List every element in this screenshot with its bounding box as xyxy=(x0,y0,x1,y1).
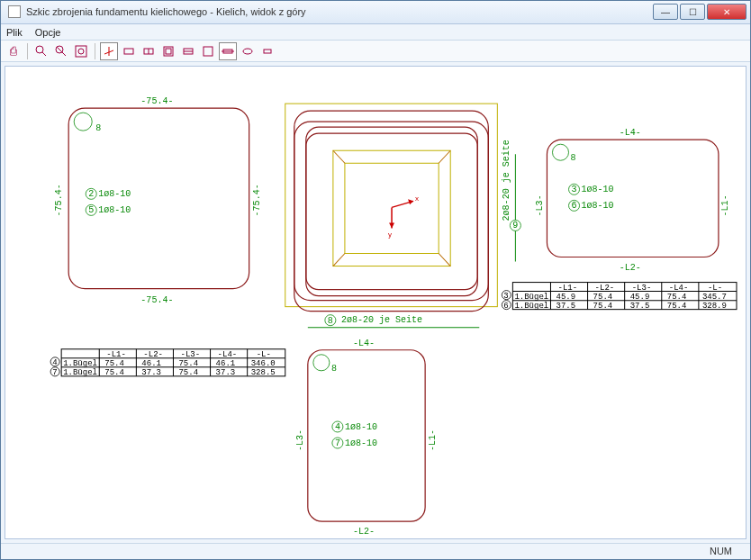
zoom-out-icon[interactable] xyxy=(52,42,70,60)
svg-point-0 xyxy=(36,46,43,53)
view2-icon[interactable] xyxy=(140,42,158,60)
shape-topright: 8 -L4- -L3- -L1- -L2- 31ø8-10 61ø8-10 xyxy=(535,128,729,272)
svg-text:3: 3 xyxy=(503,291,508,301)
svg-text:1ø8-10: 1ø8-10 xyxy=(582,185,614,195)
oval-icon[interactable] xyxy=(239,42,257,60)
app-window: Szkic zbrojenia fundamentu kielichowego … xyxy=(0,0,751,560)
window-title: Szkic zbrojenia fundamentu kielichowego … xyxy=(26,6,653,17)
svg-text:3: 3 xyxy=(572,185,577,195)
svg-text:x: x xyxy=(415,195,419,203)
svg-text:2ø8-20 je Seite: 2ø8-20 je Seite xyxy=(502,140,511,221)
svg-text:37.3: 37.3 xyxy=(216,367,236,377)
svg-text:2: 2 xyxy=(88,190,94,200)
svg-text:1.Bügel: 1.Bügel xyxy=(514,301,548,311)
shape-topleft: 8 -75.4- -75.4- -75.4- -75.4- 21ø8-10 51… xyxy=(54,96,262,305)
status-num: NUM xyxy=(710,546,732,556)
svg-text:75.4: 75.4 xyxy=(593,301,613,311)
svg-line-42 xyxy=(439,150,450,163)
svg-point-60 xyxy=(552,144,568,160)
svg-text:75.4: 75.4 xyxy=(178,367,198,377)
svg-text:7: 7 xyxy=(335,438,340,448)
svg-text:8: 8 xyxy=(328,316,333,326)
separator xyxy=(95,43,95,59)
svg-text:328.5: 328.5 xyxy=(251,367,276,377)
svg-text:8: 8 xyxy=(95,123,101,133)
maximize-button[interactable]: ☐ xyxy=(680,4,705,20)
svg-text:-L2-: -L2- xyxy=(353,528,375,537)
svg-point-19 xyxy=(243,49,252,54)
svg-marker-48 xyxy=(389,223,394,229)
view3-icon[interactable] xyxy=(159,42,177,60)
close-button[interactable]: ✕ xyxy=(707,4,746,20)
section-icon[interactable] xyxy=(219,42,237,60)
menubar: Plik Opcje xyxy=(1,24,750,41)
svg-text:1ø8-10: 1ø8-10 xyxy=(582,202,614,212)
svg-text:-L1-: -L1- xyxy=(720,195,730,217)
svg-text:1ø8-10: 1ø8-10 xyxy=(98,190,131,200)
svg-text:37.5: 37.5 xyxy=(630,301,650,311)
svg-rect-13 xyxy=(166,49,171,54)
svg-point-22 xyxy=(74,113,92,131)
app-icon xyxy=(8,5,21,18)
svg-text:1ø8-10: 1ø8-10 xyxy=(345,438,377,448)
svg-text:328.9: 328.9 xyxy=(702,301,727,311)
svg-text:37.3: 37.3 xyxy=(141,367,161,377)
svg-text:1ø8-10: 1ø8-10 xyxy=(98,206,131,216)
svg-point-102 xyxy=(313,355,330,371)
svg-text:9: 9 xyxy=(512,221,518,231)
svg-text:4: 4 xyxy=(52,357,57,367)
print-icon[interactable]: ⎙ xyxy=(5,42,23,60)
view5-icon[interactable] xyxy=(199,42,217,60)
zoom-in-icon[interactable] xyxy=(32,42,50,60)
shape-bottomleft: 8 -L4- -L3- -L1- -L2- 41ø8-10 71ø8-10 xyxy=(295,339,438,537)
svg-line-43 xyxy=(333,254,345,266)
separator xyxy=(27,43,28,59)
svg-point-6 xyxy=(78,49,84,54)
svg-text:75.4: 75.4 xyxy=(667,301,687,311)
view4-icon[interactable] xyxy=(179,42,197,60)
svg-text:5: 5 xyxy=(88,206,94,216)
svg-text:-L1-: -L1- xyxy=(428,429,438,451)
table-bottom-left: 4 7 -L1- -L2- -L3- -L4- -L- 1.Bügel xyxy=(50,349,285,377)
svg-text:1.Bügel: 1.Bügel xyxy=(63,367,97,377)
svg-text:-75.4-: -75.4- xyxy=(140,96,173,106)
svg-text:-75.4-: -75.4- xyxy=(252,185,262,217)
table-right: 3 6 -L1- -L2- -L3- -L4- -L- 1.Bügel xyxy=(502,283,737,311)
svg-text:7: 7 xyxy=(52,367,57,377)
shape-plan-center: x y 2ø8-20 je Seite 9 2ø8-20 je Seite 8 xyxy=(285,104,521,328)
svg-text:1ø8-10: 1ø8-10 xyxy=(345,422,377,432)
svg-text:75.4: 75.4 xyxy=(104,367,124,377)
view1-icon[interactable] xyxy=(120,42,138,60)
svg-line-41 xyxy=(333,150,345,163)
svg-text:-L4-: -L4- xyxy=(620,128,641,138)
rect-icon[interactable] xyxy=(258,42,276,60)
toolbar: ⎙ xyxy=(1,41,750,62)
svg-text:y: y xyxy=(388,231,392,239)
svg-text:8: 8 xyxy=(331,364,337,374)
svg-text:-L2-: -L2- xyxy=(620,263,641,273)
menu-options[interactable]: Opcje xyxy=(35,27,61,38)
svg-text:-75.4-: -75.4- xyxy=(54,185,64,217)
svg-line-1 xyxy=(42,52,46,56)
svg-rect-34 xyxy=(285,104,498,307)
svg-rect-20 xyxy=(264,50,271,53)
statusbar: NUM xyxy=(1,543,750,559)
svg-text:-L4-: -L4- xyxy=(353,339,375,348)
svg-text:-L3-: -L3- xyxy=(295,429,305,451)
svg-text:6: 6 xyxy=(503,301,508,311)
svg-rect-21 xyxy=(68,108,249,288)
svg-rect-16 xyxy=(204,47,213,56)
svg-text:37.5: 37.5 xyxy=(556,301,575,311)
svg-text:4: 4 xyxy=(335,422,340,432)
svg-text:6: 6 xyxy=(572,202,577,212)
drawing-canvas[interactable]: 8 -75.4- -75.4- -75.4- -75.4- 21ø8-10 51… xyxy=(5,66,746,538)
svg-text:8: 8 xyxy=(571,154,576,164)
svg-text:2ø8-20 je Seite: 2ø8-20 je Seite xyxy=(341,315,422,325)
svg-rect-101 xyxy=(308,350,425,521)
svg-rect-5 xyxy=(76,46,86,57)
axes-icon[interactable] xyxy=(100,42,118,60)
svg-line-44 xyxy=(439,254,450,266)
minimize-button[interactable]: — xyxy=(653,4,678,20)
menu-file[interactable]: Plik xyxy=(6,27,23,38)
zoom-fit-icon[interactable] xyxy=(72,42,90,60)
